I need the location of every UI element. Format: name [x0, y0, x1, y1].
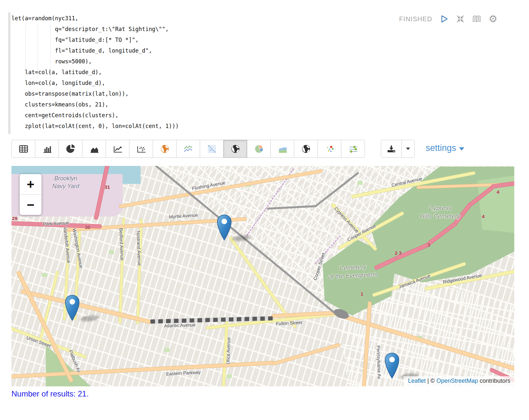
park-area: [109, 250, 114, 254]
code-line: obs=transpose(matrix(lat,lon)),: [11, 89, 179, 99]
heatmap-icon: [207, 144, 217, 154]
route-shield: 3: [428, 242, 430, 248]
code-line: cent=getCentroids(clusters),: [11, 110, 179, 121]
map-label-utica-avenue: Utica Avenue: [225, 337, 231, 364]
zoom-control: + −: [20, 174, 42, 215]
bar-chart-icon: [42, 144, 52, 153]
route-shield: 29: [12, 216, 18, 221]
settings-label: settings: [426, 143, 456, 153]
pie-colored-button[interactable]: [247, 140, 271, 158]
code-line: let(a=random(nyc311,: [11, 13, 179, 24]
line-chart-button[interactable]: [106, 140, 129, 158]
map-label-bedford-avenue: Bedford Avenue: [118, 228, 125, 261]
multi-line-icon: [183, 144, 193, 153]
code-line: lat=col(a, latitude_d),: [11, 67, 179, 78]
indent-guide: [25, 24, 26, 78]
sliders-button[interactable]: [341, 140, 365, 158]
globe-map-icon: [230, 144, 240, 154]
code-line: clusters=kmeans(obs, 21),: [11, 99, 179, 110]
viz-toolbar: [11, 140, 365, 158]
scatter-button[interactable]: [129, 140, 153, 158]
route-shield: 31: [105, 184, 110, 190]
indent-guide: [38, 24, 38, 78]
status-badge: FINISHED: [399, 15, 432, 23]
code-line: fl="latitude_d, longitude_d",: [11, 45, 179, 56]
attribution-suffix: contributors: [478, 378, 510, 384]
park-area: [227, 374, 232, 378]
area-chart-button[interactable]: [82, 140, 106, 158]
area-colored-button[interactable]: [270, 140, 294, 158]
paragraph-header: FINISHED ⚙: [399, 14, 498, 24]
map-label-navy-yard: Navy Yard: [52, 183, 79, 190]
globe-orange-button[interactable]: [153, 140, 177, 158]
scatter-colored-button[interactable]: [317, 140, 341, 158]
globe-orange-icon: [160, 144, 170, 154]
map-label-cypress-hills-2: Hills Cemetery: [420, 213, 460, 220]
chevron-down-icon: [406, 148, 410, 150]
route-shield: 1: [361, 291, 363, 297]
code-line: rows=5000),: [11, 56, 179, 67]
zoom-in-button[interactable]: +: [20, 174, 42, 194]
scatter-colored-icon: [325, 144, 334, 153]
park-area: [42, 273, 47, 277]
editor-gutter: [8, 12, 10, 134]
bar-chart-button[interactable]: [35, 140, 59, 158]
gear-icon[interactable]: ⚙: [488, 14, 498, 24]
area-colored-icon: [278, 144, 287, 153]
chevron-down-icon: [459, 147, 464, 151]
openstreetmap-link[interactable]: OpenStreetMap: [436, 378, 478, 384]
code-editor[interactable]: let(a=random(nyc311, q="descriptor_t:\"R…: [11, 13, 179, 132]
globe-map-icon: [301, 144, 311, 154]
map-marker-2[interactable]: [64, 294, 81, 321]
map-attribution: Leaflet | © OpenStreetMap contributors: [403, 376, 514, 386]
download-button[interactable]: [381, 140, 402, 158]
code-line: q="descriptor_t:\"Rat Sighting\"",: [11, 24, 179, 35]
play-icon[interactable]: [439, 14, 449, 24]
code-line: zplot(lat=colAt(cent, 0), lon=colAt(cent…: [11, 121, 179, 132]
park-area: [357, 181, 363, 185]
scatter-icon: [136, 144, 146, 153]
zoom-out-button[interactable]: −: [20, 194, 42, 215]
settings-link[interactable]: settings: [426, 143, 464, 153]
map-label-atlantic-avenue: Atlantic Avenue: [164, 322, 196, 328]
leaflet-map[interactable]: 31 30 29 4 4 2 3 3 1 Brooklyn Navy Yard …: [11, 166, 514, 386]
download-group: [381, 140, 415, 158]
area-chart-icon: [89, 144, 99, 153]
globe-map-button-2[interactable]: [294, 140, 318, 158]
map-marker-1[interactable]: [216, 214, 233, 241]
route-shield: 4: [482, 214, 485, 219]
multi-line-button[interactable]: [176, 140, 200, 158]
download-icon: [386, 144, 396, 153]
route-shield: 4: [497, 189, 499, 195]
code-line: lon=col(a, longitude_d),: [11, 78, 179, 89]
pie-colored-icon: [254, 144, 264, 154]
table-button[interactable]: [11, 140, 35, 158]
code-line: fq="latitude_d:[* TO *]",: [11, 35, 179, 45]
line-chart-icon: [113, 144, 123, 153]
collapse-icon[interactable]: [456, 14, 465, 24]
pie-chart-icon: [66, 144, 76, 154]
sliders-icon: [348, 144, 358, 153]
map-marker-3[interactable]: [384, 352, 401, 379]
route-shield: 2 3: [395, 250, 402, 256]
download-caret-button[interactable]: [402, 140, 415, 158]
map-label-brooklyn: Brooklyn: [54, 175, 77, 182]
heatmap-button[interactable]: [200, 140, 224, 158]
route-shield: 30: [85, 224, 91, 230]
map-label-evergreens-1: Cemetery: [339, 263, 366, 272]
table-icon: [19, 144, 28, 153]
results-count: Number of results: 21.: [11, 389, 89, 398]
attribution-separator: | ©: [426, 378, 436, 384]
indent-guide: [50, 24, 51, 78]
globe-map-button-selected[interactable]: [223, 140, 247, 158]
pie-chart-button[interactable]: [59, 140, 82, 158]
map-label-cypress-hills-1: Cypress: [429, 204, 452, 212]
leaflet-link[interactable]: Leaflet: [408, 378, 426, 384]
book-icon[interactable]: [472, 14, 481, 24]
park-area: [164, 348, 170, 352]
